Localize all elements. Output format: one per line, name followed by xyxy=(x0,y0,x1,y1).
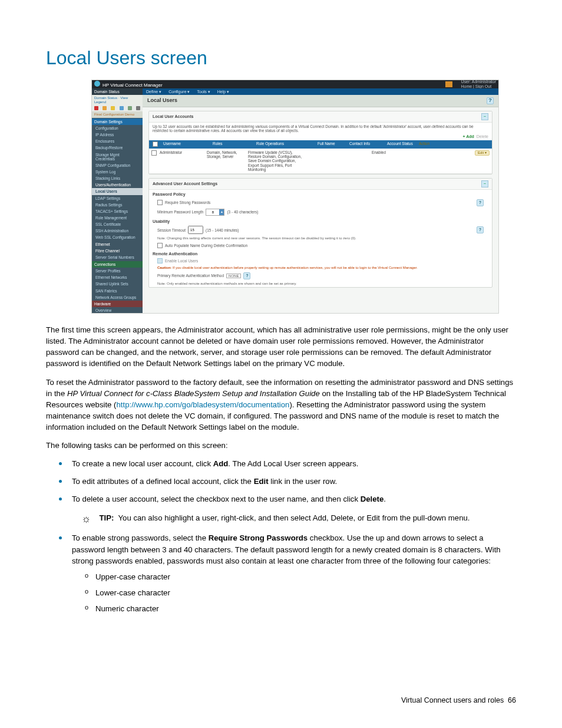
sidebar-item[interactable]: SSH Administration xyxy=(92,228,143,234)
col-username[interactable]: Username xyxy=(162,141,211,147)
page-number: 66 xyxy=(508,696,516,704)
session-timeout-input[interactable] xyxy=(188,226,203,234)
spinner-arrows-icon[interactable]: ▲ xyxy=(219,209,224,215)
sidebar-hardware-header[interactable]: Hardware xyxy=(92,301,143,307)
list-item: To enable strong passwords, select the R… xyxy=(72,532,516,615)
cell-roles: Domain, Network, Storage, Server xyxy=(207,150,248,159)
col-roleops[interactable]: Role Operations xyxy=(255,141,316,147)
sidebar: Domain Status Domain Status · View Legen… xyxy=(92,88,143,313)
sidebar-domain-settings-header[interactable]: Domain Settings xyxy=(92,118,143,125)
sidebar-ethernet-header[interactable]: Ethernet xyxy=(92,241,143,248)
session-timeout-help: Note: Changing this setting affects curr… xyxy=(149,235,492,242)
sidebar-item[interactable]: IP Address xyxy=(92,131,143,138)
col-action[interactable]: Action xyxy=(418,141,490,147)
cell-ops: Firmware Update (VCSU), Restore Domain, … xyxy=(248,150,307,172)
sidebar-item[interactable]: Overview xyxy=(92,307,143,313)
panel-advanced-settings: Advanced User Account Settings – Passwor… xyxy=(148,178,492,288)
sub-list-item: Lower-case character xyxy=(88,587,516,599)
primary-remote-auth-value[interactable]: NONE xyxy=(226,274,241,279)
edit-button[interactable]: Edit ▾ xyxy=(475,150,490,156)
sidebar-item[interactable]: SSL Certificate xyxy=(92,221,143,228)
guide-title: HP Virtual Connect for c-Class BladeSyst… xyxy=(67,389,320,398)
min-pw-length-input[interactable] xyxy=(206,209,219,215)
sidebar-connections-header[interactable]: Connections xyxy=(92,261,143,268)
sidebar-item[interactable]: Enclosures xyxy=(92,138,143,144)
require-strong-pw-checkbox[interactable] xyxy=(157,200,163,205)
sidebar-item[interactable]: Server Serial Numbers xyxy=(92,254,143,261)
sidebar-item[interactable]: TACACS+ Settings xyxy=(92,208,143,215)
help-icon[interactable]: ? xyxy=(243,272,250,279)
delete-button[interactable]: Delete xyxy=(477,134,488,139)
sidebar-config-demo[interactable]: Final Configuration Demo xyxy=(92,111,143,118)
sidebar-item[interactable]: Radius Settings xyxy=(92,202,143,208)
sidebar-item[interactable]: Role Management xyxy=(92,215,143,221)
section-usability: Usability xyxy=(153,219,488,224)
signout-link[interactable]: Home | Sign Out xyxy=(461,84,491,88)
collapse-icon[interactable]: – xyxy=(481,113,488,120)
task-list: To create a new local user account, clic… xyxy=(46,458,516,505)
sidebar-item[interactable]: Storage Mgmt Credentials xyxy=(92,151,143,162)
status-red-icon[interactable] xyxy=(94,106,98,110)
main-menu[interactable]: Define ▾ Configure ▾ Tools ▾ Help ▾ xyxy=(143,88,498,95)
menu-configure[interactable]: Configure ▾ xyxy=(168,90,190,94)
table-header: Username Roles Role Operations Full Name… xyxy=(149,140,492,149)
help-icon[interactable]: ? xyxy=(477,226,484,233)
sidebar-status-link[interactable]: Domain Status · View Legend xyxy=(92,95,143,105)
section-remote-auth: Remote Authentication xyxy=(153,252,488,256)
list-item: To create a new local user account, clic… xyxy=(72,458,516,470)
sidebar-item[interactable]: Shared Uplink Sets xyxy=(92,281,143,287)
page-title: Local Users screen xyxy=(46,47,516,69)
status-green-icon[interactable] xyxy=(128,106,132,110)
sidebar-item[interactable]: SAN Fabrics xyxy=(92,288,143,294)
tip-block: ☼ TIP: You can also highlight a user, ri… xyxy=(81,512,516,524)
sidebar-item[interactable]: LDAP Settings xyxy=(92,195,143,202)
row-checkbox[interactable] xyxy=(151,150,157,156)
cell-status: Enabled xyxy=(372,150,401,154)
sidebar-users-auth-header[interactable]: Users/Authentication xyxy=(92,182,143,188)
remote-auth-note: Note: Only enabled remote authentication… xyxy=(149,281,492,287)
documentation-link[interactable]: http://www.hp.com/go/bladesystem/documen… xyxy=(116,400,289,409)
min-pw-length-spinner[interactable]: ▲ xyxy=(206,209,224,216)
autopop-checkbox[interactable] xyxy=(157,243,163,248)
menu-help[interactable]: Help ▾ xyxy=(217,90,229,94)
sidebar-item-local-users[interactable]: Local Users xyxy=(92,188,143,195)
sidebar-item[interactable]: Web SSL Configuration xyxy=(92,234,143,241)
list-item: To delete a user account, select the che… xyxy=(72,493,516,505)
enable-local-users-checkbox[interactable] xyxy=(157,258,163,263)
col-fullname[interactable]: Full Name xyxy=(316,141,348,147)
sidebar-item[interactable]: SNMP Configuration xyxy=(92,162,143,169)
status-amber-icon[interactable] xyxy=(103,106,107,110)
body-paragraph: The following tasks can be performed on … xyxy=(46,440,516,451)
help-icon[interactable]: ? xyxy=(477,199,484,206)
min-pw-length-note: (3 - 40 characters) xyxy=(227,210,258,214)
menu-tools[interactable]: Tools ▾ xyxy=(197,90,210,94)
menu-define[interactable]: Define ▾ xyxy=(146,90,161,94)
sidebar-fc-header[interactable]: Fibre Channel xyxy=(92,248,143,254)
sidebar-item[interactable]: Network Access Groups xyxy=(92,294,143,301)
help-icon[interactable]: ? xyxy=(487,97,494,104)
col-contact[interactable]: Contact Info xyxy=(348,141,386,147)
status-grey-icon[interactable] xyxy=(136,106,140,110)
enable-local-users-label: Enable Local Users xyxy=(165,259,198,263)
sub-list: Upper-case character Lower-case characte… xyxy=(72,571,516,615)
page-footer: Virtual Connect users and roles 66 xyxy=(401,696,516,704)
primary-remote-auth-label: Primary Remote Authentication Method xyxy=(157,274,224,278)
notification-icon[interactable] xyxy=(445,81,452,87)
sidebar-item[interactable]: Backup/Restore xyxy=(92,144,143,151)
sidebar-status-icons xyxy=(92,105,143,111)
body-paragraph: To reset the Administrator password to t… xyxy=(46,377,516,433)
panel-title: Local User Accounts xyxy=(153,114,193,119)
add-button[interactable]: + Add xyxy=(462,134,474,139)
status-yellow-icon[interactable] xyxy=(111,106,115,110)
col-roles[interactable]: Roles xyxy=(211,141,255,147)
col-status[interactable]: Account Status xyxy=(386,141,418,147)
status-blue-icon[interactable] xyxy=(120,106,124,110)
collapse-icon[interactable]: – xyxy=(481,180,488,187)
select-all-checkbox[interactable] xyxy=(153,141,158,147)
sidebar-item[interactable]: Configuration xyxy=(92,125,143,131)
sidebar-item[interactable]: Server Profiles xyxy=(92,268,143,274)
sidebar-item[interactable]: Ethernet Networks xyxy=(92,274,143,281)
user-label: User: Administrator xyxy=(461,80,496,84)
sidebar-item[interactable]: Stacking Links xyxy=(92,175,143,182)
sidebar-item[interactable]: System Log xyxy=(92,169,143,175)
